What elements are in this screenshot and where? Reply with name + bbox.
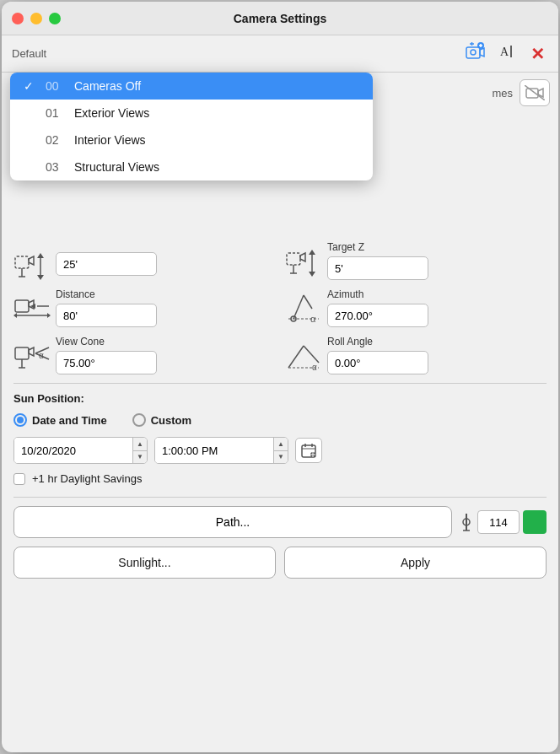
times-label: mes (492, 87, 513, 100)
content-area: ✓ 00 Cameras Off 01 Exterior Views 02 In… (2, 73, 558, 752)
custom-option[interactable]: Custom (132, 413, 191, 427)
default-label: Default (12, 47, 46, 60)
path-button[interactable]: Path... (13, 506, 452, 538)
svg-marker-21 (300, 253, 305, 261)
svg-marker-25 (309, 250, 315, 255)
daylight-savings-checkbox[interactable] (13, 473, 25, 485)
distance-input-col: Distance (56, 288, 157, 327)
title-bar: Camera Settings (2, 2, 558, 35)
date-up-arrow[interactable]: ▲ (133, 438, 147, 451)
date-time-label: Date and Time (32, 414, 107, 427)
svg-point-2 (471, 50, 476, 55)
svg-line-35 (304, 295, 312, 309)
distance-camera-icon (13, 292, 51, 324)
target-z-camera-icon (285, 245, 322, 277)
time-up-arrow[interactable]: ▲ (274, 438, 288, 451)
svg-marker-18 (37, 253, 44, 258)
date-down-arrow[interactable]: ▼ (133, 451, 147, 464)
distance-input[interactable] (56, 304, 157, 327)
custom-label: Custom (151, 414, 191, 427)
time-stepper: ▲ ▼ (154, 437, 288, 464)
target-z-input-col: Target Z (327, 241, 428, 280)
svg-rect-27 (15, 300, 29, 312)
close-button[interactable] (12, 13, 24, 24)
svg-line-46 (288, 346, 304, 368)
form-area: Target Z (13, 241, 547, 579)
dropdown-item-0[interactable]: ✓ 00 Cameras Off (10, 73, 373, 100)
azimuth-label: Azimuth (327, 288, 428, 300)
font-button[interactable]: A (495, 40, 520, 67)
window-title: Camera Settings (234, 12, 326, 25)
custom-radio[interactable] (132, 413, 146, 427)
elevation-targetZ-row: Target Z (13, 241, 547, 280)
svg-rect-0 (466, 47, 480, 58)
date-stepper: ▲ ▼ (13, 437, 148, 464)
camera-off-icon (525, 85, 545, 100)
count-icon (459, 512, 474, 532)
distance-label: Distance (56, 288, 157, 300)
svg-marker-40 (29, 347, 34, 356)
azimuth-field-group: α Azimuth (285, 288, 547, 327)
view-cone-field-group: α View Cone (13, 336, 275, 374)
traffic-lights (12, 13, 61, 24)
azimuth-input-col: Azimuth (327, 288, 428, 327)
distance-azimuth-row: Distance α Azimuth (13, 288, 547, 327)
minimize-button[interactable] (30, 13, 42, 24)
svg-marker-14 (29, 256, 34, 265)
date-time-option[interactable]: Date and Time (13, 413, 107, 427)
green-indicator[interactable] (523, 510, 547, 534)
sunlight-apply-row: Sunlight... Apply (13, 547, 547, 579)
dropdown-item-label-1: Exterior Views (74, 106, 149, 120)
dropdown-item-2[interactable]: 02 Interior Views (10, 127, 373, 153)
roll-angle-icon: α (285, 339, 322, 371)
roll-angle-field-group: α Roll Angle (285, 336, 547, 374)
elevation-input-col (56, 252, 157, 276)
dropdown-item-3[interactable]: 03 Structural Views (10, 153, 373, 180)
add-camera-button[interactable] (460, 40, 488, 67)
add-camera-icon (463, 42, 485, 61)
font-icon: A (498, 42, 517, 61)
calendar-icon (301, 443, 316, 458)
view-cone-label: View Cone (56, 336, 157, 347)
target-z-input[interactable] (327, 256, 428, 280)
checkmark-icon: ✓ (24, 79, 37, 93)
view-cone-input-col: View Cone (56, 336, 157, 374)
date-stepper-arrows: ▲ ▼ (132, 438, 147, 463)
view-cone-input[interactable] (56, 351, 157, 374)
count-input[interactable] (477, 510, 520, 534)
target-z-field-group: Target Z (285, 241, 547, 280)
viewcone-rollangle-row: α View Cone α Roll Angle (13, 336, 547, 374)
radio-row: Date and Time Custom (13, 413, 547, 427)
maximize-button[interactable] (49, 13, 61, 24)
roll-angle-label: Roll Angle (327, 336, 428, 347)
dropdown-item-label-0: Cameras Off (74, 79, 141, 93)
daylight-savings-row: +1 hr Daylight Savings (13, 472, 547, 485)
daylight-savings-label: +1 hr Daylight Savings (32, 472, 142, 485)
date-time-radio[interactable] (13, 413, 27, 427)
path-count-row: Path... (13, 506, 547, 538)
divider-1 (13, 383, 547, 384)
camera-off-button[interactable] (520, 79, 550, 106)
svg-line-47 (304, 346, 319, 363)
roll-angle-input[interactable] (327, 351, 428, 374)
time-stepper-arrows: ▲ ▼ (273, 438, 288, 463)
svg-marker-32 (13, 313, 17, 318)
svg-marker-26 (309, 272, 315, 277)
time-down-arrow[interactable]: ▼ (274, 451, 288, 464)
date-input[interactable] (14, 438, 132, 463)
elevation-input[interactable] (56, 252, 157, 276)
dropdown-item-1[interactable]: 01 Exterior Views (10, 100, 373, 127)
apply-button[interactable]: Apply (284, 547, 547, 579)
svg-text:A: A (500, 46, 509, 58)
dropdown-item-label-3: Structural Views (74, 160, 159, 174)
sunlight-button[interactable]: Sunlight... (13, 547, 276, 579)
view-cone-icon: α (13, 339, 51, 371)
svg-rect-13 (15, 256, 29, 268)
azimuth-input[interactable] (327, 304, 428, 327)
time-input[interactable] (155, 438, 273, 463)
roll-angle-input-col: Roll Angle (327, 336, 428, 374)
svg-marker-19 (37, 275, 44, 280)
x-close-button[interactable]: ✕ (527, 42, 548, 66)
target-z-label: Target Z (327, 241, 428, 253)
calendar-button[interactable] (295, 438, 322, 463)
